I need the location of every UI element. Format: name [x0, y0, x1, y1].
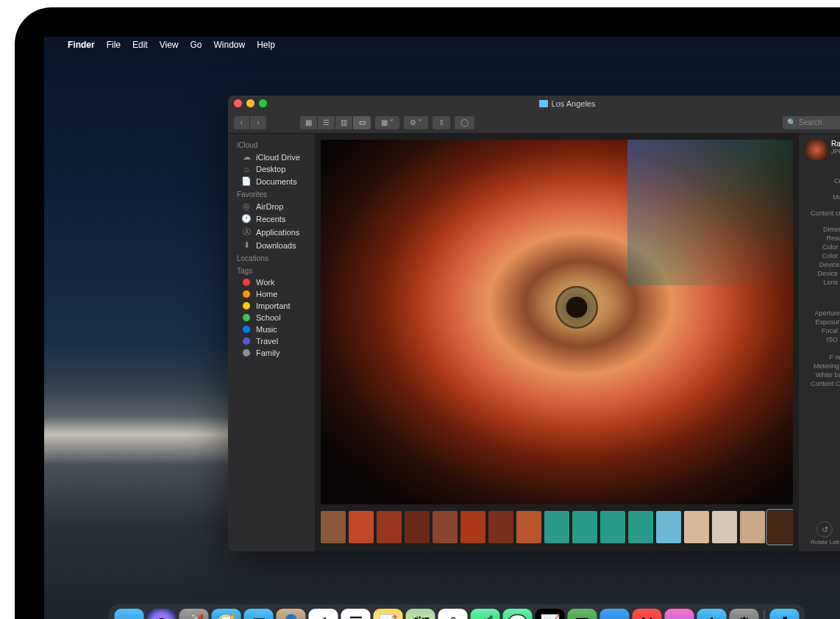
- maximize-button[interactable]: [259, 99, 267, 107]
- tags-button[interactable]: ◯: [455, 116, 474, 129]
- menu-go[interactable]: Go: [191, 40, 202, 50]
- thumbnail[interactable]: [712, 511, 737, 543]
- dock-facetime[interactable]: 📹: [471, 609, 500, 619]
- dock-messages[interactable]: 💬: [503, 609, 533, 619]
- thumbnail[interactable]: [488, 511, 513, 543]
- dock-calendar[interactable]: 4: [309, 609, 338, 619]
- dock-news[interactable]: N: [633, 609, 662, 619]
- dock-preferences[interactable]: ⚙: [730, 609, 759, 619]
- dock-contacts[interactable]: 👤: [277, 609, 306, 619]
- meta-row: Device modeliPhone X: [806, 269, 840, 278]
- thumbnail[interactable]: [460, 511, 485, 543]
- quick-action-icon: ↺: [816, 521, 833, 537]
- app-icon: Ⓐ: [241, 226, 252, 237]
- menu-view[interactable]: View: [160, 40, 179, 50]
- sidebar-item-music[interactable]: Music: [228, 323, 315, 335]
- menu-window[interactable]: Window: [214, 40, 246, 50]
- sidebar-item-family[interactable]: Family: [228, 347, 315, 359]
- meta-label: F number: [806, 354, 840, 361]
- inspector-thumbnail: [806, 140, 827, 160]
- thumbnail[interactable]: [600, 511, 625, 543]
- thumbnail[interactable]: [572, 511, 597, 543]
- meta-row: Lens modeliPhone X back dual camera 4mm …: [806, 278, 840, 309]
- dock-keynote[interactable]: ▭: [600, 609, 630, 619]
- dock-launchpad[interactable]: 🚀: [179, 609, 209, 619]
- airdrop-icon: ◎: [241, 201, 252, 211]
- close-button[interactable]: [234, 99, 242, 107]
- tag-dot-icon: [241, 314, 252, 321]
- tag-dot-icon: [241, 337, 252, 345]
- menu-file[interactable]: File: [107, 40, 121, 50]
- dock-downloads[interactable]: ⬇: [770, 609, 800, 619]
- sidebar-item-label: Home: [256, 290, 277, 298]
- meta-label: Color space: [806, 243, 840, 251]
- thumbnail[interactable]: [628, 511, 653, 543]
- view-icons-button[interactable]: ▦: [300, 116, 318, 129]
- dock-appstore[interactable]: A: [697, 609, 727, 619]
- menu-help[interactable]: Help: [257, 40, 275, 50]
- dock-reminders[interactable]: ☰: [341, 609, 371, 619]
- menu-edit[interactable]: Edit: [132, 40, 148, 50]
- meta-row: FlashNo: [806, 344, 840, 353]
- thumbnail[interactable]: [768, 511, 793, 543]
- quick-action-label: Rotate Left: [811, 539, 839, 545]
- dock-stocks[interactable]: 📈: [535, 609, 565, 619]
- group-button[interactable]: ▦ ˅: [375, 116, 399, 129]
- view-columns-button[interactable]: ▥: [335, 116, 353, 129]
- sidebar-item-recents[interactable]: 🕐Recents: [228, 212, 315, 225]
- sidebar-item-school[interactable]: School: [228, 312, 315, 323]
- thumbnail[interactable]: [740, 511, 765, 543]
- thumbnail[interactable]: [321, 511, 346, 543]
- clock-icon: 🕐: [241, 214, 252, 223]
- forward-button[interactable]: ›: [250, 116, 266, 129]
- dock-numbers[interactable]: ▦: [568, 609, 597, 619]
- action-button[interactable]: ⚙ ˅: [404, 116, 428, 129]
- sidebar-item-work[interactable]: Work: [228, 276, 315, 288]
- dock-safari[interactable]: 🧭: [212, 609, 241, 619]
- thumbnail[interactable]: [656, 511, 681, 543]
- sidebar-item-airdrop[interactable]: ◎AirDrop: [228, 200, 315, 212]
- dock-itunes[interactable]: ♫: [665, 609, 694, 619]
- meta-row: White balance0: [806, 371, 840, 379]
- thumbnail[interactable]: [405, 511, 430, 543]
- sidebar-item-icloud-drive[interactable]: ☁iCloud Drive: [228, 151, 315, 163]
- dock-separator: [764, 610, 765, 619]
- tag-dot-icon: [241, 349, 252, 357]
- sidebar-item-desktop[interactable]: ⌂Desktop: [228, 163, 315, 175]
- dock-mail[interactable]: ✉: [244, 609, 274, 619]
- sidebar-item-applications[interactable]: ⒶApplications: [228, 225, 315, 239]
- sidebar-item-documents[interactable]: 📄Documents: [228, 175, 315, 187]
- app-menu[interactable]: Finder: [68, 40, 95, 50]
- dock-notes[interactable]: 📝: [374, 609, 403, 619]
- minimize-button[interactable]: [246, 99, 255, 107]
- meta-row: Device makeApple: [806, 260, 840, 269]
- dock-siri[interactable]: ◉: [147, 609, 177, 619]
- sidebar-item-important[interactable]: Important: [228, 300, 315, 312]
- dock-maps[interactable]: 🗺: [406, 609, 435, 619]
- thumbnail[interactable]: [377, 511, 402, 543]
- quick-action-rotate-left[interactable]: ↺Rotate Left: [811, 521, 839, 545]
- meta-label: Lens model: [806, 279, 840, 308]
- view-list-button[interactable]: ☰: [318, 116, 335, 129]
- thumbnail[interactable]: [684, 511, 709, 543]
- meta-row: Exposure time1/2,183: [806, 318, 840, 326]
- view-gallery-button[interactable]: ▭: [353, 116, 371, 129]
- sidebar-item-downloads[interactable]: ⬇Downloads: [228, 239, 315, 251]
- thumbnail[interactable]: [349, 511, 374, 543]
- dock: ☺◉🚀🧭✉👤4☰📝🗺❀📹💬📈▦▭N♫A⚙⬇: [109, 604, 805, 619]
- thumbnail[interactable]: [544, 511, 569, 543]
- dock-photos[interactable]: ❀: [438, 609, 468, 619]
- download-icon: ⬇: [241, 240, 252, 250]
- sidebar-item-label: AirDrop: [256, 202, 283, 211]
- back-button[interactable]: ‹: [234, 116, 250, 129]
- image-preview[interactable]: [321, 140, 793, 504]
- thumbnail[interactable]: [433, 511, 458, 543]
- meta-label: White balance: [806, 371, 840, 379]
- search-field[interactable]: 🔍 Search: [783, 116, 840, 129]
- titlebar[interactable]: Los Angeles: [228, 96, 840, 112]
- dock-finder[interactable]: ☺: [115, 609, 144, 619]
- share-button[interactable]: ⇪: [433, 116, 450, 129]
- sidebar-item-travel[interactable]: Travel: [228, 335, 315, 347]
- thumbnail[interactable]: [516, 511, 541, 543]
- sidebar-item-home[interactable]: Home: [228, 288, 315, 300]
